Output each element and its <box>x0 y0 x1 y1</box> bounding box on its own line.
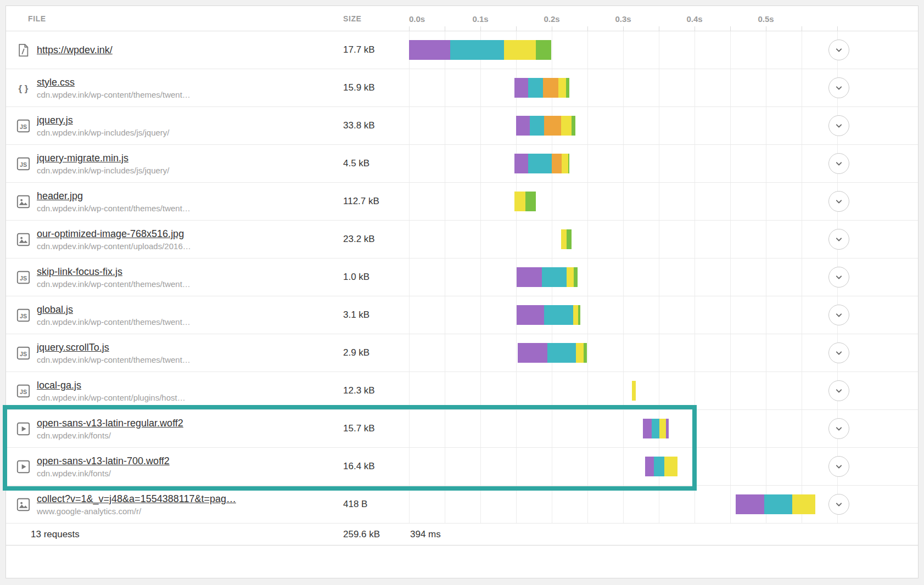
waterfall-bar[interactable] <box>517 267 578 287</box>
file-name-link[interactable]: global.js <box>37 304 73 316</box>
request-row: JS jquery.js cdn.wpdev.ink/wp-includes/j… <box>6 107 918 145</box>
expand-row-button[interactable] <box>828 153 849 174</box>
file-size: 16.4 kB <box>343 448 409 485</box>
waterfall-bar[interactable] <box>736 494 815 514</box>
segment-purple <box>517 305 544 325</box>
expand-row-button[interactable] <box>828 305 849 325</box>
total-time: 394 ms <box>409 524 918 545</box>
segment-teal <box>450 40 504 60</box>
file-name-link[interactable]: local-ga.js <box>37 380 81 391</box>
expand-row-button[interactable] <box>828 494 849 515</box>
file-url: cdn.wpdev.ink/fonts/ <box>37 469 343 478</box>
request-row: JS jquery-migrate.min.js cdn.wpdev.ink/w… <box>6 145 918 183</box>
segment-yellow <box>561 116 572 136</box>
expand-row-button[interactable] <box>828 418 849 439</box>
file-size: 23.2 kB <box>343 221 409 258</box>
waterfall-bar[interactable] <box>516 116 575 136</box>
file-url: cdn.wpdev.ink/wp-includes/js/jquery/ <box>37 166 343 175</box>
chevron-down-icon <box>833 499 844 510</box>
file-name-link[interactable]: jquery.js <box>37 115 73 126</box>
chevron-down-icon <box>833 120 844 131</box>
expand-row-button[interactable] <box>828 77 849 98</box>
image-file-icon <box>14 230 32 248</box>
js-file-icon: JS <box>14 117 32 134</box>
expand-row-button[interactable] <box>828 267 849 288</box>
file-name-link[interactable]: jquery-migrate.min.js <box>37 153 128 164</box>
waterfall-bar[interactable] <box>514 192 536 211</box>
segment-yellow <box>576 343 584 363</box>
waterfall-bar[interactable] <box>645 457 677 476</box>
expand-row-button[interactable] <box>828 342 849 363</box>
file-name-link[interactable]: collect?v=1&_v=j48&a=1554388117&t=pag… <box>37 493 236 505</box>
segment-green <box>572 116 575 136</box>
file-name-link[interactable]: our-optimized-image-768x516.jpg <box>37 228 184 240</box>
segment-yellow <box>514 192 525 211</box>
waterfall-bar[interactable] <box>514 154 569 173</box>
chevron-down-icon <box>833 44 844 55</box>
segment-green <box>566 78 570 98</box>
waterfall-bar[interactable] <box>561 229 572 249</box>
expand-row-button[interactable] <box>828 456 849 477</box>
chevron-down-icon <box>833 461 844 472</box>
request-list: https://wpdev.ink/ 17.7 kB { } style.css… <box>6 31 918 524</box>
expand-row-button[interactable] <box>828 191 849 212</box>
time-tick-label: 0.5s <box>758 14 774 23</box>
file-size: 2.9 kB <box>343 334 409 372</box>
svg-text:JS: JS <box>19 312 26 319</box>
waterfall-bar[interactable] <box>409 40 551 60</box>
file-name-link[interactable]: skip-link-focus-fix.js <box>37 266 122 278</box>
waterfall-bar[interactable] <box>518 343 587 363</box>
expand-row-button[interactable] <box>828 40 849 60</box>
waterfall-bar[interactable] <box>643 419 669 438</box>
segment-purple <box>517 267 542 287</box>
segment-yellow <box>573 305 578 325</box>
segment-green <box>574 267 578 287</box>
chevron-down-icon <box>833 272 844 283</box>
js-file-icon: JS <box>14 382 32 400</box>
total-size: 259.6 kB <box>343 529 409 540</box>
waterfall-bar[interactable] <box>514 78 569 98</box>
request-row: JS skip-link-focus-fix.js cdn.wpdev.ink/… <box>6 258 918 296</box>
js-file-icon: JS <box>14 306 32 324</box>
file-size: 15.9 kB <box>343 69 409 106</box>
table-header: FILE SIZE 0.0s0.1s0.2s0.3s0.4s0.5s <box>6 6 918 31</box>
chevron-down-icon <box>833 82 844 93</box>
file-name-link[interactable]: header.jpg <box>37 190 83 202</box>
file-size: 33.8 kB <box>343 107 409 144</box>
segment-yellow <box>792 494 815 514</box>
file-size: 12.3 kB <box>343 372 409 409</box>
segment-teal <box>528 78 543 98</box>
svg-text:JS: JS <box>19 274 26 281</box>
segment-green <box>525 192 536 211</box>
request-row: header.jpg cdn.wpdev.ink/wp-content/them… <box>6 183 918 221</box>
chevron-down-icon <box>833 158 844 169</box>
segment-teal <box>654 457 665 476</box>
waterfall-bar[interactable] <box>632 381 636 401</box>
file-name-link[interactable]: jquery.scrollTo.js <box>37 342 109 353</box>
segment-teal <box>542 267 567 287</box>
request-row: JS global.js cdn.wpdev.ink/wp-content/th… <box>6 296 918 334</box>
file-url: www.google-analytics.com/r/ <box>37 507 343 516</box>
font-file-icon <box>14 458 32 475</box>
js-file-icon: JS <box>14 155 32 172</box>
segment-orange <box>552 154 562 173</box>
svg-text:JS: JS <box>19 123 26 130</box>
expand-row-button[interactable] <box>828 380 849 401</box>
file-url: cdn.wpdev.ink/fonts/ <box>37 431 343 440</box>
segment-purple <box>666 419 669 438</box>
waterfall-bar[interactable] <box>517 305 580 325</box>
file-name-link[interactable]: https://wpdev.ink/ <box>37 44 113 56</box>
chevron-down-icon <box>833 385 844 396</box>
segment-teal <box>764 494 792 514</box>
file-size: 418 B <box>343 486 409 523</box>
chevron-down-icon <box>833 234 844 245</box>
file-name-link[interactable]: style.css <box>37 77 75 88</box>
segment-teal <box>530 116 544 136</box>
expand-row-button[interactable] <box>828 115 849 136</box>
file-name-link[interactable]: open-sans-v13-latin-regular.woff2 <box>37 418 183 429</box>
segment-yellow <box>561 229 567 249</box>
file-url: cdn.wpdev.ink/wp-content/themes/twent… <box>37 355 343 364</box>
expand-row-button[interactable] <box>828 229 849 250</box>
svg-text:JS: JS <box>19 350 26 357</box>
file-name-link[interactable]: open-sans-v13-latin-700.woff2 <box>37 455 170 467</box>
